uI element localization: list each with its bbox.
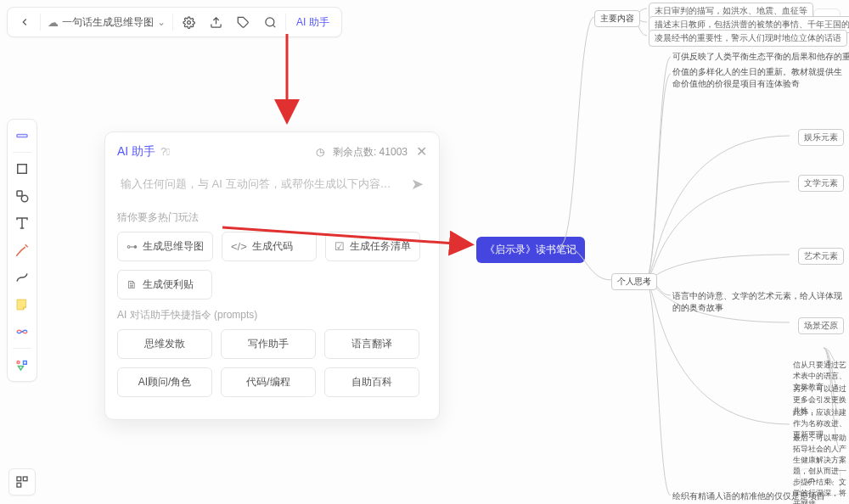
chip-writing[interactable]: 写作助手 (221, 329, 316, 359)
divider (13, 348, 31, 349)
calendar-button[interactable] (813, 8, 841, 36)
svg-rect-10 (18, 165, 27, 174)
mm-node[interactable]: 场景还原 (798, 317, 844, 334)
chevron-down-icon: ⌄ (157, 16, 166, 28)
mindmap-tool[interactable] (9, 319, 35, 344)
back-button[interactable] (11, 9, 38, 35)
divider (40, 14, 41, 31)
mm-branch-reflect[interactable]: 个人思考 (611, 273, 657, 290)
mm-text: 语言中的诗意、文学的艺术元素，给人详体现的的奥奇故事 (672, 290, 842, 314)
svg-rect-16 (24, 361, 27, 365)
ai-assistant-tab[interactable]: AI 助手 (288, 15, 338, 30)
layers-button[interactable] (8, 468, 36, 496)
mm-branch-main[interactable]: 主要内容 (594, 10, 640, 27)
ai-assistant-panel: AI 助手 ?⃝ ◷ 剩余点数: 41003 ✕ 输入任何问题，与 AI 互动问… (104, 132, 440, 420)
svg-rect-9 (17, 135, 27, 137)
chip-coding[interactable]: 代码/编程 (221, 367, 316, 397)
settings-button[interactable] (175, 9, 202, 35)
mm-text: 可供反映了人类平衡生态平衡的后果和他存的重要性 (672, 51, 849, 63)
divider (172, 14, 173, 31)
svg-rect-11 (17, 191, 22, 196)
svg-marker-17 (19, 367, 24, 371)
ai-panel-title: AI 助手 (117, 144, 155, 160)
undo-button[interactable]: ↶ (806, 475, 816, 489)
redo-button[interactable]: ↷ (824, 475, 835, 489)
help-icon[interactable]: ?⃝ (160, 146, 170, 158)
ai-prompt-input[interactable]: 输入任何问题，与 AI 互动问答，或帮你生成以下内容… (121, 176, 404, 192)
more-tools[interactable] (9, 352, 35, 378)
section-hot: 猜你要多热门玩法 (117, 210, 427, 225)
document-title[interactable]: ☁ 一句话生成思维导图 ⌄ (42, 15, 171, 30)
divider (285, 14, 286, 31)
chip-encyclopedia[interactable]: 自助百科 (324, 367, 419, 397)
mm-node[interactable]: 艺术元素 (798, 248, 844, 265)
search-button[interactable] (256, 9, 284, 35)
chip-ai-role[interactable]: AI顾问/角色 (117, 367, 212, 397)
clock-icon: ◷ (316, 146, 324, 158)
tag-button[interactable] (229, 9, 256, 35)
svg-point-15 (17, 361, 20, 364)
section-prompts: AI 对话助手快捷指令 (prompts) (117, 308, 427, 322)
sticky-note-tool[interactable] (9, 292, 35, 317)
mm-text: 价值的多样化人的生日的重新。教材就提供生命价值他的价很是项目有连体验奇 (672, 66, 842, 90)
cloud-icon: ☁ (48, 16, 59, 29)
pen-tool[interactable] (9, 238, 35, 263)
remaining-points: 剩余点数: 41003 (333, 145, 408, 160)
chip-brainstorm[interactable]: 思维发散 (117, 329, 212, 359)
undo-redo-bar: ↶ ↷ (800, 468, 841, 496)
connector-tool[interactable] (9, 265, 35, 290)
mm-node[interactable]: 文学元素 (798, 175, 844, 192)
chip-generate-mindmap[interactable]: ⊶生成思维导图 (117, 232, 213, 261)
svg-line-4 (273, 25, 275, 27)
chip-translate[interactable]: 语言翻译 (324, 329, 419, 359)
document-title-text: 一句话生成思维导图 (62, 15, 154, 30)
svg-point-3 (265, 17, 273, 25)
mindmap-root-node[interactable]: 《启示录》读书笔记 (476, 237, 585, 263)
mm-node[interactable]: 末日审判的描写，如洪水、地震、血征等 (649, 3, 813, 20)
chip-generate-tasklist[interactable]: ☑生成任务清单 (325, 232, 420, 261)
code-icon: </> (231, 240, 247, 253)
checklist-icon: ☑ (335, 240, 345, 253)
svg-rect-5 (822, 18, 832, 28)
svg-rect-19 (23, 477, 27, 481)
divider (13, 152, 31, 153)
left-toolbar (7, 119, 37, 382)
mindmap-icon: ⊶ (127, 240, 138, 253)
note-icon: 🗎 (127, 278, 138, 291)
mm-node[interactable]: 娱乐元素 (798, 129, 844, 146)
mm-text: 此外，应该洼建作为名称改进、更新更理 (793, 407, 849, 440)
chip-generate-code[interactable]: </>生成代码 (222, 232, 317, 261)
text-tool[interactable] (9, 210, 35, 236)
svg-point-12 (21, 195, 28, 202)
top-toolbar: ☁ 一句话生成思维导图 ⌄ AI 助手 (7, 7, 342, 37)
mm-text: 另外，可以通过更多会引发更换共性， (793, 384, 849, 417)
svg-point-0 (187, 20, 190, 24)
svg-rect-18 (17, 477, 21, 481)
chip-generate-sticky[interactable]: 🗎生成便利贴 (117, 270, 212, 300)
mm-text: 信从只要通过艺术表中的语言、文学教育 (793, 360, 849, 393)
svg-rect-20 (17, 483, 21, 487)
send-button[interactable]: ➤ (411, 175, 424, 193)
select-tool[interactable] (9, 123, 35, 148)
close-button[interactable]: ✕ (416, 145, 427, 159)
frame-tool[interactable] (9, 156, 35, 182)
export-button[interactable] (202, 9, 229, 35)
shape-tool[interactable] (9, 183, 35, 209)
